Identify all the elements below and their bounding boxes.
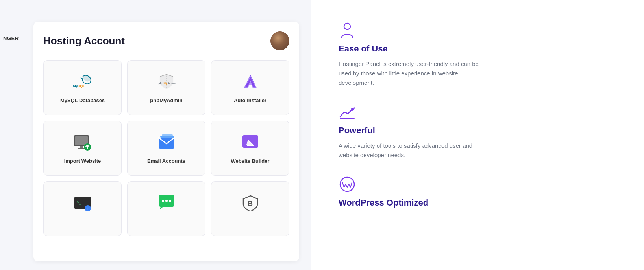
hosting-card: Hosting Account My SQL	[33, 22, 299, 261]
mysql-databases-card[interactable]: My SQL MySQL Databases	[43, 60, 122, 115]
svg-point-21	[169, 200, 171, 202]
mysql-databases-label: MySQL Databases	[60, 97, 105, 103]
svg-text:i: i	[87, 206, 88, 211]
bootstrap-icon: B	[240, 193, 261, 213]
svg-text:Admin: Admin	[168, 82, 176, 84]
svg-text:php: php	[158, 82, 163, 85]
wordpress-icon	[339, 176, 356, 193]
ease-of-use-section: Ease of Use Hostinger Panel is extremely…	[339, 22, 620, 88]
website-builder-label: Website Builder	[231, 158, 269, 164]
powerful-section: Powerful A wide variety of tools to sati…	[339, 103, 620, 160]
svg-text:B: B	[248, 200, 253, 208]
phpmyadmin-label: phpMyAdmin	[150, 97, 182, 103]
import-website-icon	[72, 132, 93, 152]
svg-rect-13	[242, 135, 258, 148]
terminal-card[interactable]: >_ i	[43, 181, 122, 236]
ease-of-use-title: Ease of Use	[339, 44, 620, 54]
page-title: Hosting Account	[43, 35, 125, 47]
powerful-title: Powerful	[339, 125, 620, 136]
terminal-icon: >_ i	[72, 193, 93, 213]
powerful-desc: A wide variety of tools to satisfy advan…	[339, 141, 488, 160]
phpmyadmin-icon: php My Admin	[156, 72, 177, 92]
wordpress-section: WordPress Optimized	[339, 176, 620, 208]
auto-installer-card[interactable]: Auto Installer	[211, 60, 289, 115]
svg-rect-8	[78, 148, 85, 149]
svg-point-23	[344, 23, 350, 29]
import-website-card[interactable]: Import Website	[43, 121, 122, 176]
right-panel: Ease of Use Hostinger Panel is extremely…	[311, 0, 644, 270]
svg-rect-12	[162, 134, 173, 136]
email-accounts-icon	[156, 132, 177, 152]
svg-rect-11	[160, 136, 174, 138]
website-builder-card[interactable]: Website Builder	[211, 121, 289, 176]
card-header: Hosting Account	[43, 31, 289, 50]
svg-point-20	[165, 200, 168, 202]
svg-text:My: My	[163, 82, 167, 85]
person-icon	[339, 22, 356, 39]
wordpress-title: WordPress Optimized	[339, 198, 620, 208]
svg-rect-7	[80, 146, 83, 148]
svg-text:>_: >_	[77, 200, 82, 205]
email-accounts-label: Email Accounts	[147, 158, 185, 164]
svg-point-17	[85, 205, 91, 211]
bootstrap-card[interactable]: B	[211, 181, 289, 236]
ease-of-use-desc: Hostinger Panel is extremely user-friend…	[339, 59, 488, 88]
chart-icon	[339, 103, 356, 121]
svg-point-25	[340, 177, 354, 191]
import-website-label: Import Website	[64, 158, 101, 164]
live-chat-icon	[156, 193, 177, 213]
website-builder-icon	[240, 132, 261, 152]
auto-installer-icon	[240, 72, 261, 92]
avatar-image	[270, 31, 289, 50]
tools-grid: My SQL MySQL Databases php	[43, 60, 289, 236]
svg-text:SQL: SQL	[78, 84, 85, 88]
mysql-icon: My SQL	[72, 72, 93, 92]
sidebar-label: NGER	[0, 35, 19, 41]
svg-point-19	[162, 200, 164, 202]
avatar	[270, 31, 289, 50]
email-accounts-card[interactable]: Email Accounts	[127, 121, 205, 176]
svg-rect-6	[75, 136, 88, 145]
phpmyadmin-card[interactable]: php My Admin phpMyAdmin	[127, 60, 205, 115]
left-panel: NGER Hosting Account My	[0, 0, 311, 270]
live-chat-card[interactable]	[127, 181, 205, 236]
auto-installer-label: Auto Installer	[234, 97, 266, 103]
